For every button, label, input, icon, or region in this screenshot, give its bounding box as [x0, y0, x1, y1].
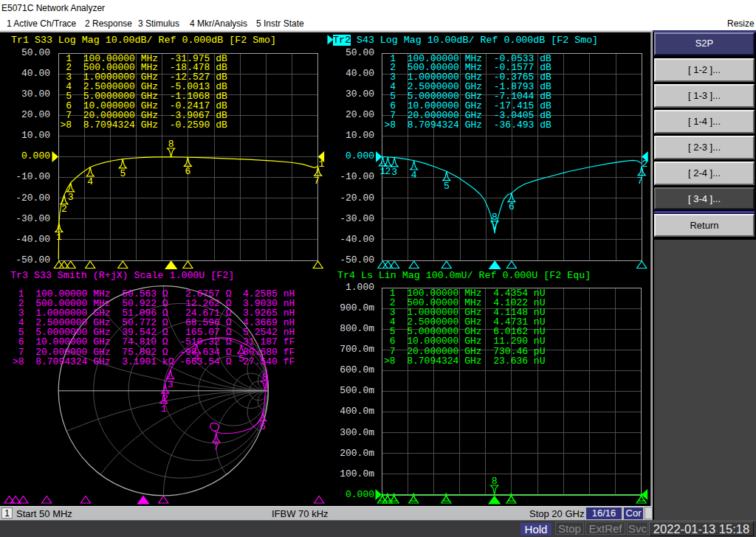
svg-text:1: 1: [56, 232, 62, 243]
svg-text:7: 7: [213, 442, 219, 453]
svg-text:3: 3: [168, 379, 173, 390]
svg-text:4: 4: [87, 176, 93, 187]
svg-text:8: 8: [492, 476, 498, 487]
svg-text:3: 3: [68, 192, 74, 203]
svg-text:8: 8: [262, 372, 268, 383]
svg-text:6: 6: [185, 166, 190, 177]
svg-text:6: 6: [509, 201, 515, 212]
svg-text:3: 3: [391, 167, 397, 178]
svg-text:2: 2: [642, 159, 648, 170]
svg-text:8: 8: [492, 212, 498, 223]
svg-text:2: 2: [162, 393, 168, 404]
svg-text:7: 7: [314, 176, 320, 187]
svg-text:4: 4: [411, 170, 417, 181]
svg-text:2: 2: [385, 166, 391, 177]
svg-text:6: 6: [260, 421, 266, 432]
svg-text:2: 2: [61, 204, 67, 215]
svg-text:8: 8: [168, 139, 174, 150]
svg-text:1: 1: [161, 403, 167, 415]
svg-text:5: 5: [120, 168, 126, 179]
svg-text:5: 5: [444, 181, 450, 192]
svg-text:7: 7: [637, 176, 643, 187]
